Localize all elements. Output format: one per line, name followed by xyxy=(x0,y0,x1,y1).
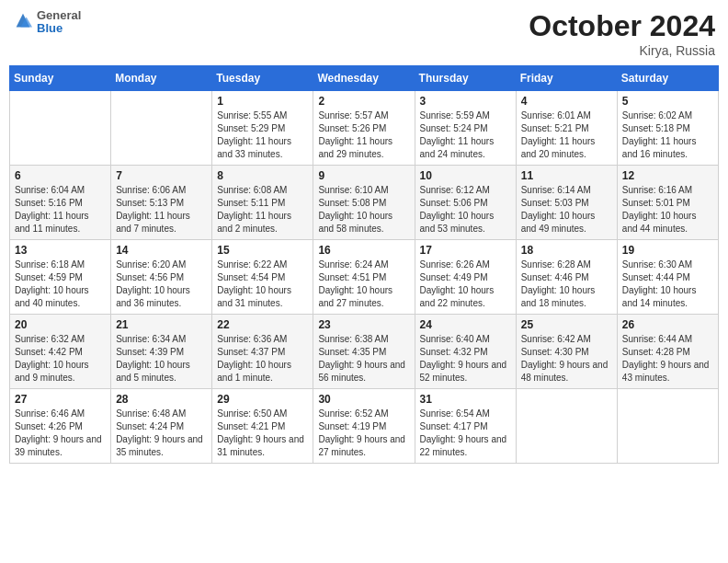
calendar-day-cell: 29Sunrise: 6:50 AM Sunset: 4:21 PM Dayli… xyxy=(212,389,313,464)
day-info: Sunrise: 6:04 AM Sunset: 5:16 PM Dayligh… xyxy=(15,184,106,236)
day-number: 14 xyxy=(116,244,207,257)
day-number: 12 xyxy=(622,169,713,182)
day-number: 5 xyxy=(622,95,713,108)
calendar-day-cell: 6Sunrise: 6:04 AM Sunset: 5:16 PM Daylig… xyxy=(10,166,111,240)
day-number: 7 xyxy=(116,169,207,182)
weekday-header: Sunday xyxy=(10,66,111,91)
calendar-day-cell xyxy=(111,91,212,166)
calendar-day-cell: 15Sunrise: 6:22 AM Sunset: 4:54 PM Dayli… xyxy=(212,240,313,315)
day-info: Sunrise: 6:40 AM Sunset: 4:32 PM Dayligh… xyxy=(420,333,511,385)
calendar-day-cell: 20Sunrise: 6:32 AM Sunset: 4:42 PM Dayli… xyxy=(10,315,111,389)
day-number: 4 xyxy=(521,95,612,108)
day-number: 17 xyxy=(420,244,511,257)
day-info: Sunrise: 6:50 AM Sunset: 4:21 PM Dayligh… xyxy=(217,408,308,459)
day-info: Sunrise: 6:12 AM Sunset: 5:06 PM Dayligh… xyxy=(420,184,511,236)
calendar-day-cell: 8Sunrise: 6:08 AM Sunset: 5:11 PM Daylig… xyxy=(212,166,313,240)
day-info: Sunrise: 6:10 AM Sunset: 5:08 PM Dayligh… xyxy=(318,184,409,236)
title-block: October 2024 Kirya, Russia xyxy=(529,9,715,58)
calendar-day-cell: 17Sunrise: 6:26 AM Sunset: 4:49 PM Dayli… xyxy=(415,240,516,315)
day-info: Sunrise: 6:54 AM Sunset: 4:17 PM Dayligh… xyxy=(420,408,511,459)
calendar-week-row: 27Sunrise: 6:46 AM Sunset: 4:26 PM Dayli… xyxy=(10,389,719,464)
day-number: 28 xyxy=(116,393,207,406)
calendar-day-cell: 26Sunrise: 6:44 AM Sunset: 4:28 PM Dayli… xyxy=(617,315,718,389)
calendar-day-cell xyxy=(516,389,617,464)
calendar-day-cell xyxy=(10,91,111,166)
weekday-header: Saturday xyxy=(617,66,718,91)
calendar-week-row: 1Sunrise: 5:55 AM Sunset: 5:29 PM Daylig… xyxy=(10,91,719,166)
day-number: 22 xyxy=(217,318,308,331)
calendar-day-cell: 11Sunrise: 6:14 AM Sunset: 5:03 PM Dayli… xyxy=(516,166,617,240)
day-number: 27 xyxy=(15,393,106,406)
calendar-day-cell: 14Sunrise: 6:20 AM Sunset: 4:56 PM Dayli… xyxy=(111,240,212,315)
day-info: Sunrise: 6:46 AM Sunset: 4:26 PM Dayligh… xyxy=(15,408,106,459)
calendar-body: 1Sunrise: 5:55 AM Sunset: 5:29 PM Daylig… xyxy=(10,91,719,464)
day-info: Sunrise: 6:14 AM Sunset: 5:03 PM Dayligh… xyxy=(521,184,612,236)
weekday-header: Wednesday xyxy=(313,66,415,91)
day-number: 25 xyxy=(521,318,612,331)
calendar-week-row: 20Sunrise: 6:32 AM Sunset: 4:42 PM Dayli… xyxy=(10,315,719,389)
day-number: 3 xyxy=(420,95,511,108)
day-info: Sunrise: 6:06 AM Sunset: 5:13 PM Dayligh… xyxy=(116,184,207,236)
calendar-week-row: 13Sunrise: 6:18 AM Sunset: 4:59 PM Dayli… xyxy=(10,240,719,315)
day-info: Sunrise: 6:16 AM Sunset: 5:01 PM Dayligh… xyxy=(622,184,713,236)
calendar-day-cell: 3Sunrise: 5:59 AM Sunset: 5:24 PM Daylig… xyxy=(415,91,516,166)
day-info: Sunrise: 6:34 AM Sunset: 4:39 PM Dayligh… xyxy=(116,333,207,385)
calendar-day-cell: 22Sunrise: 6:36 AM Sunset: 4:37 PM Dayli… xyxy=(212,315,313,389)
calendar-day-cell: 28Sunrise: 6:48 AM Sunset: 4:24 PM Dayli… xyxy=(111,389,212,464)
calendar-day-cell: 18Sunrise: 6:28 AM Sunset: 4:46 PM Dayli… xyxy=(516,240,617,315)
calendar-day-cell xyxy=(617,389,718,464)
day-info: Sunrise: 6:22 AM Sunset: 4:54 PM Dayligh… xyxy=(217,259,308,310)
day-info: Sunrise: 6:52 AM Sunset: 4:19 PM Dayligh… xyxy=(318,408,409,459)
day-info: Sunrise: 6:44 AM Sunset: 4:28 PM Dayligh… xyxy=(622,333,713,385)
day-info: Sunrise: 6:30 AM Sunset: 4:44 PM Dayligh… xyxy=(622,259,713,310)
day-info: Sunrise: 6:08 AM Sunset: 5:11 PM Dayligh… xyxy=(217,184,308,236)
weekday-header: Tuesday xyxy=(212,66,313,91)
calendar-day-cell: 30Sunrise: 6:52 AM Sunset: 4:19 PM Dayli… xyxy=(313,389,415,464)
day-info: Sunrise: 6:36 AM Sunset: 4:37 PM Dayligh… xyxy=(217,333,308,385)
logo: General Blue xyxy=(13,9,81,36)
day-info: Sunrise: 6:42 AM Sunset: 4:30 PM Dayligh… xyxy=(521,333,612,385)
day-number: 20 xyxy=(15,318,106,331)
calendar-day-cell: 27Sunrise: 6:46 AM Sunset: 4:26 PM Dayli… xyxy=(10,389,111,464)
day-number: 15 xyxy=(217,244,308,257)
calendar-day-cell: 1Sunrise: 5:55 AM Sunset: 5:29 PM Daylig… xyxy=(212,91,313,166)
day-number: 1 xyxy=(217,95,308,108)
location: Kirya, Russia xyxy=(529,43,715,58)
day-number: 13 xyxy=(15,244,106,257)
day-number: 11 xyxy=(521,169,612,182)
day-info: Sunrise: 6:02 AM Sunset: 5:18 PM Dayligh… xyxy=(622,109,713,161)
logo-text: General Blue xyxy=(37,9,81,36)
day-number: 24 xyxy=(420,318,511,331)
day-info: Sunrise: 6:01 AM Sunset: 5:21 PM Dayligh… xyxy=(521,109,612,161)
day-info: Sunrise: 5:57 AM Sunset: 5:26 PM Dayligh… xyxy=(318,109,409,161)
calendar-day-cell: 25Sunrise: 6:42 AM Sunset: 4:30 PM Dayli… xyxy=(516,315,617,389)
weekday-header: Monday xyxy=(111,66,212,91)
day-number: 23 xyxy=(318,318,409,331)
calendar-table: SundayMondayTuesdayWednesdayThursdayFrid… xyxy=(9,65,719,464)
day-info: Sunrise: 6:32 AM Sunset: 4:42 PM Dayligh… xyxy=(15,333,106,385)
day-number: 10 xyxy=(420,169,511,182)
day-number: 26 xyxy=(622,318,713,331)
day-number: 18 xyxy=(521,244,612,257)
calendar-day-cell: 10Sunrise: 6:12 AM Sunset: 5:06 PM Dayli… xyxy=(415,166,516,240)
month-title: October 2024 xyxy=(529,9,715,43)
calendar-day-cell: 23Sunrise: 6:38 AM Sunset: 4:35 PM Dayli… xyxy=(313,315,415,389)
calendar-day-cell: 19Sunrise: 6:30 AM Sunset: 4:44 PM Dayli… xyxy=(617,240,718,315)
day-number: 2 xyxy=(318,95,409,108)
day-number: 9 xyxy=(318,169,409,182)
weekday-header: Thursday xyxy=(415,66,516,91)
calendar-day-cell: 16Sunrise: 6:24 AM Sunset: 4:51 PM Dayli… xyxy=(313,240,415,315)
calendar-day-cell: 2Sunrise: 5:57 AM Sunset: 5:26 PM Daylig… xyxy=(313,91,415,166)
day-info: Sunrise: 5:55 AM Sunset: 5:29 PM Dayligh… xyxy=(217,109,308,161)
calendar-day-cell: 24Sunrise: 6:40 AM Sunset: 4:32 PM Dayli… xyxy=(415,315,516,389)
calendar-day-cell: 12Sunrise: 6:16 AM Sunset: 5:01 PM Dayli… xyxy=(617,166,718,240)
day-number: 16 xyxy=(318,244,409,257)
logo-general: General xyxy=(37,9,81,22)
day-info: Sunrise: 6:38 AM Sunset: 4:35 PM Dayligh… xyxy=(318,333,409,385)
weekday-header: Friday xyxy=(516,66,617,91)
day-info: Sunrise: 6:26 AM Sunset: 4:49 PM Dayligh… xyxy=(420,259,511,310)
day-number: 21 xyxy=(116,318,207,331)
day-number: 19 xyxy=(622,244,713,257)
day-number: 8 xyxy=(217,169,308,182)
day-info: Sunrise: 6:28 AM Sunset: 4:46 PM Dayligh… xyxy=(521,259,612,310)
